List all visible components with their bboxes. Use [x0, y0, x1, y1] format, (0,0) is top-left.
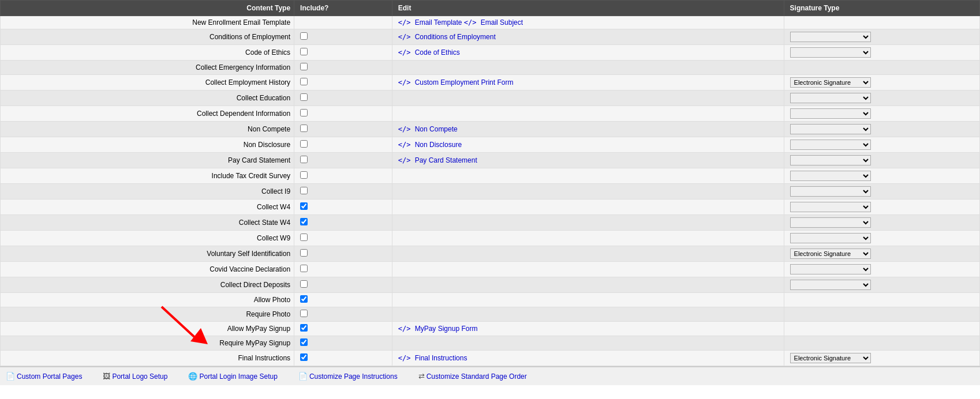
signature-select[interactable]: Electronic SignatureWet SignatureNo Sign… [790, 155, 871, 165]
signature-select[interactable]: Electronic SignatureWet SignatureNo Sign… [790, 171, 871, 181]
signature-select[interactable]: Electronic SignatureWet SignatureNo Sign… [790, 93, 871, 103]
signature-cell[interactable]: Electronic SignatureWet SignatureNo Sign… [784, 277, 979, 293]
signature-select[interactable]: Electronic SignatureWet SignatureNo Sign… [790, 264, 871, 274]
col-header-include: Include? [294, 1, 392, 16]
signature-cell[interactable]: Electronic SignatureWet SignatureNo Sign… [784, 262, 979, 277]
signature-select[interactable]: Electronic SignatureWet SignatureNo Sign… [790, 249, 871, 259]
signature-cell [784, 61, 979, 75]
include-cell[interactable] [294, 231, 392, 246]
include-checkbox[interactable] [300, 202, 308, 210]
include-cell[interactable] [294, 168, 392, 184]
edit-link[interactable]: </> Code of Ethics [398, 48, 460, 57]
include-checkbox[interactable] [300, 140, 308, 148]
include-cell[interactable] [294, 215, 392, 231]
signature-select[interactable]: Electronic SignatureWet SignatureNo Sign… [790, 280, 871, 290]
include-checkbox[interactable] [300, 310, 308, 317]
include-checkbox[interactable] [300, 125, 308, 132]
signature-select[interactable]: Electronic SignatureWet SignatureNo Sign… [790, 108, 871, 119]
footer-link-custom-portal-pages[interactable]: 📄Custom Portal Pages [6, 372, 82, 381]
signature-select[interactable]: Electronic SignatureWet SignatureNo Sign… [790, 140, 871, 150]
include-cell[interactable] [294, 61, 392, 75]
include-cell[interactable] [294, 293, 392, 307]
signature-select[interactable]: Electronic SignatureWet SignatureNo Sign… [790, 233, 871, 243]
signature-cell[interactable]: Electronic SignatureWet SignatureNo Sign… [784, 231, 979, 246]
signature-select[interactable]: Electronic SignatureWet SignatureNo Sign… [790, 77, 871, 88]
include-checkbox[interactable] [300, 156, 308, 163]
include-cell[interactable] [294, 137, 392, 153]
include-checkbox[interactable] [300, 109, 308, 116]
signature-select[interactable]: Electronic SignatureWet SignatureNo Sign… [790, 353, 871, 363]
include-cell[interactable] [294, 122, 392, 137]
content-type-table: Content Type Include? Edit Signature Typ… [0, 0, 980, 366]
signature-cell[interactable]: Electronic SignatureWet SignatureNo Sign… [784, 215, 979, 231]
include-cell[interactable] [294, 184, 392, 200]
include-cell[interactable] [294, 336, 392, 351]
signature-cell[interactable]: Electronic SignatureWet SignatureNo Sign… [784, 200, 979, 215]
edit-link[interactable]: </> Custom Employment Print Form [398, 78, 514, 86]
signature-cell[interactable]: Electronic SignatureWet SignatureNo Sign… [784, 91, 979, 106]
include-checkbox[interactable] [300, 78, 308, 85]
include-checkbox[interactable] [300, 93, 308, 101]
signature-select[interactable]: Electronic SignatureWet SignatureNo Sign… [790, 186, 871, 197]
include-checkbox[interactable] [300, 280, 308, 288]
footer-link-label: Portal Logo Setup [112, 372, 167, 381]
include-checkbox[interactable] [300, 249, 308, 257]
include-checkbox[interactable] [300, 324, 308, 332]
signature-cell[interactable]: Electronic SignatureWet SignatureNo Sign… [784, 122, 979, 137]
include-checkbox[interactable] [300, 234, 308, 241]
include-checkbox[interactable] [300, 32, 308, 40]
signature-cell[interactable]: Electronic SignatureWet SignatureNo Sign… [784, 246, 979, 262]
signature-cell[interactable]: Electronic SignatureWet SignatureNo Sign… [784, 351, 979, 366]
signature-select[interactable]: Electronic SignatureWet SignatureNo Sign… [790, 124, 871, 134]
include-cell[interactable] [294, 106, 392, 122]
signature-select[interactable]: Electronic SignatureWet SignatureNo Sign… [790, 217, 871, 228]
include-cell[interactable] [294, 153, 392, 168]
edit-link[interactable]: </> Email Template [398, 18, 462, 27]
include-cell[interactable] [294, 200, 392, 215]
include-cell[interactable] [294, 307, 392, 322]
content-type-cell: Collect Education [1, 91, 294, 106]
signature-cell[interactable]: Electronic SignatureWet SignatureNo Sign… [784, 75, 979, 91]
footer-link-customize-standard-page-order[interactable]: ⇄Customize Standard Page Order [418, 372, 527, 381]
include-checkbox[interactable] [300, 187, 308, 194]
include-cell[interactable] [294, 29, 392, 45]
edit-cell: </> Email Template </> Email Subject [392, 16, 784, 29]
include-cell[interactable] [294, 75, 392, 91]
include-cell[interactable] [294, 262, 392, 277]
include-checkbox[interactable] [300, 353, 308, 361]
edit-link[interactable]: </> Non Compete [398, 125, 458, 133]
edit-link[interactable]: </> MyPay Signup Form [398, 325, 478, 333]
signature-cell[interactable]: Electronic SignatureWet SignatureNo Sign… [784, 153, 979, 168]
signature-select[interactable]: Electronic SignatureWet SignatureNo Sign… [790, 47, 871, 58]
edit-link[interactable]: </> Non Disclosure [398, 141, 462, 149]
include-cell[interactable] [294, 246, 392, 262]
footer-link-customize-page-instructions[interactable]: 📄Customize Page Instructions [298, 372, 398, 381]
include-checkbox[interactable] [300, 171, 308, 179]
include-checkbox[interactable] [300, 218, 308, 225]
include-checkbox[interactable] [300, 48, 308, 55]
signature-select[interactable]: Electronic SignatureWet SignatureNo Sign… [790, 202, 871, 212]
footer-link-portal-logo-setup[interactable]: 🖼Portal Logo Setup [103, 372, 167, 381]
footer-link-portal-login-image-setup[interactable]: 🌐Portal Login Image Setup [188, 372, 277, 381]
include-checkbox[interactable] [300, 63, 308, 70]
include-cell[interactable] [294, 45, 392, 61]
include-checkbox[interactable] [300, 295, 308, 303]
signature-cell[interactable]: Electronic SignatureWet SignatureNo Sign… [784, 168, 979, 184]
include-checkbox[interactable] [300, 338, 308, 346]
signature-cell[interactable]: Electronic SignatureWet SignatureNo Sign… [784, 45, 979, 61]
content-type-cell: Covid Vaccine Declaration [1, 262, 294, 277]
signature-cell[interactable]: Electronic SignatureWet SignatureNo Sign… [784, 184, 979, 200]
include-cell[interactable] [294, 91, 392, 106]
include-checkbox[interactable] [300, 265, 308, 272]
edit-link[interactable]: </> Final Instructions [398, 354, 467, 362]
signature-select[interactable]: Electronic SignatureWet SignatureNo Sign… [790, 32, 871, 42]
signature-cell[interactable]: Electronic SignatureWet SignatureNo Sign… [784, 29, 979, 45]
include-cell[interactable] [294, 351, 392, 366]
signature-cell[interactable]: Electronic SignatureWet SignatureNo Sign… [784, 106, 979, 122]
edit-link[interactable]: </> Pay Card Statement [398, 156, 477, 164]
signature-cell[interactable]: Electronic SignatureWet SignatureNo Sign… [784, 137, 979, 153]
include-cell[interactable] [294, 277, 392, 293]
edit-link[interactable]: </> Email Subject [464, 18, 523, 27]
include-cell[interactable] [294, 322, 392, 336]
edit-link[interactable]: </> Conditions of Employment [398, 33, 496, 41]
